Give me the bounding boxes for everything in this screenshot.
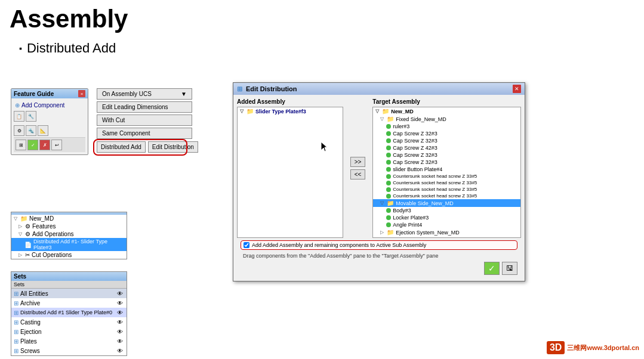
ft-item-cut-operations[interactable]: ▷ ✂ Cut Operations bbox=[11, 251, 127, 259]
screws-icon: ⊞ bbox=[14, 348, 19, 354]
sp-item-icon-7: 👁 bbox=[116, 346, 124, 355]
target-assembly-tree: ▽ 📁 New_MD ▽ 📁 Fixed Side_New_MD ruler#3 bbox=[372, 107, 521, 238]
target-cs1[interactable]: Countersunk socket head screw Z 33#5 bbox=[373, 173, 520, 180]
page-title: Assembly bbox=[0, 0, 644, 38]
target-cap4[interactable]: Cap Screw Z 32#3 bbox=[373, 151, 520, 159]
sp-item-screws[interactable]: ⊞ Screws 👁 bbox=[11, 346, 127, 355]
toolbar-btn-5[interactable]: 📐 bbox=[38, 125, 48, 136]
target-parting[interactable]: ▷ 📁 Parting_New_MD bbox=[373, 236, 520, 238]
with-cut-btn[interactable]: With Cut bbox=[97, 114, 192, 126]
dot-ruler bbox=[386, 124, 391, 129]
added-item-slider[interactable]: ▽ 📁 Slider Type Plate#f3 bbox=[238, 107, 343, 115]
feature-tree-panel: ▽ 📁 New_MD ▷ ⚙ Features ▽ ⚙ Add Operatio… bbox=[11, 212, 127, 259]
dot-angle bbox=[386, 222, 391, 227]
target-angle[interactable]: Angle Print4 bbox=[373, 221, 520, 228]
bullet-heading: ▪ Distributed Add bbox=[0, 38, 644, 58]
watermark-url: 三维网www.3dportal.cn bbox=[567, 343, 639, 352]
add-component-label: Add Component bbox=[21, 102, 64, 109]
sets-panel: Sets Sets ⊞ All Entities 👁 ⊞ Archive 👁 ⊞… bbox=[11, 271, 127, 356]
target-ruler[interactable]: ruler#3 bbox=[373, 123, 520, 130]
dot-cs3 bbox=[386, 187, 391, 192]
target-folder-icon: 📁 bbox=[382, 108, 389, 114]
target-body[interactable]: Body#3 bbox=[373, 207, 520, 214]
sp-item-casting[interactable]: ⊞ Casting 👁 bbox=[11, 317, 127, 327]
bottom-btn-1[interactable]: ⊞ bbox=[16, 140, 26, 150]
add-ops-icon: ⚙ bbox=[25, 231, 30, 237]
ejection-icon: ⊞ bbox=[14, 329, 19, 335]
distributed-add-btn[interactable]: Distributed Add bbox=[97, 141, 146, 153]
target-cs3[interactable]: Countersunk socket head screw Z 33#5 bbox=[373, 186, 520, 193]
dot-cs1 bbox=[386, 174, 391, 179]
sp-item-plates[interactable]: ⊞ Plates 👁 bbox=[11, 336, 127, 346]
transfer-right-btn[interactable]: >> bbox=[350, 157, 366, 167]
feature-guide-close[interactable]: × bbox=[78, 90, 85, 97]
sp-item-archive[interactable]: ⊞ Archive 👁 bbox=[11, 298, 127, 308]
features-icon: ⚙ bbox=[25, 223, 30, 230]
dot-cap3 bbox=[386, 146, 391, 150]
target-new-md[interactable]: ▽ 📁 New_MD bbox=[373, 107, 520, 115]
bullet-icon: ▪ bbox=[19, 44, 22, 53]
toolbar-btn-4[interactable]: 🔩 bbox=[26, 125, 36, 136]
movable-side-folder: 📁 bbox=[387, 200, 394, 206]
same-component-btn[interactable]: Same Component bbox=[97, 128, 192, 139]
target-fixed-side[interactable]: ▽ 📁 Fixed Side_New_MD bbox=[373, 115, 520, 123]
edit-leading-dimensions-btn[interactable]: Edit Leading Dimensions bbox=[97, 101, 192, 113]
ed-checkbox-row: Add Added Assembly and remaining compone… bbox=[241, 240, 517, 250]
ft-item-distributed-add[interactable]: 📄 Distributed Add #1- Slider Type Plate#… bbox=[11, 238, 127, 251]
dot-cap4 bbox=[386, 153, 391, 157]
dot-cap1 bbox=[386, 131, 391, 136]
sp-item-ejection[interactable]: ⊞ Ejection 👁 bbox=[11, 327, 127, 336]
sp-item-all-entities[interactable]: ⊞ All Entities 👁 bbox=[11, 289, 127, 298]
toolbar-btn-1[interactable]: 📋 bbox=[14, 111, 24, 122]
sp-item-distributed-add[interactable]: ⊞ Distributed Add #1 Slider Type Plate#0… bbox=[11, 308, 127, 317]
added-assembly-tree: ▽ 📁 Slider Type Plate#f3 bbox=[237, 107, 343, 238]
ed-cancel-btn[interactable]: 🖫 bbox=[502, 262, 517, 275]
bottom-btn-4[interactable]: ↩ bbox=[51, 140, 62, 150]
target-locker[interactable]: Locker Plate#3 bbox=[373, 214, 520, 221]
plates-icon: ⊞ bbox=[14, 338, 19, 345]
transfer-left-btn[interactable]: << bbox=[350, 169, 366, 180]
target-cap1[interactable]: Cap Screw Z 32#3 bbox=[373, 130, 520, 137]
target-cs4[interactable]: Countersunk socket head screw Z 33#5 bbox=[373, 193, 520, 199]
ft-item-add-operations[interactable]: ▽ ⚙ Add Operations bbox=[11, 230, 127, 238]
toolbar-btn-3[interactable]: ⚙ bbox=[14, 125, 24, 136]
feature-guide-panel: Feature Guide × ⊕ Add Component 📋 🔧 ⚙ 🔩 … bbox=[11, 88, 88, 155]
target-ejection-sys[interactable]: ▷ 📁 Ejection System_New_MD bbox=[373, 228, 520, 236]
dot-cs4 bbox=[386, 194, 391, 199]
target-cs2[interactable]: Countersunk socket head screw Z 33#5 bbox=[373, 180, 520, 186]
watermark: 3D 三维网www.3dportal.cn bbox=[547, 341, 639, 354]
edit-distribution-dialog: ⊞ Edit Distribution ✕ Added Assembly ▽ 📁… bbox=[233, 82, 525, 281]
target-movable-side[interactable]: ▽ 📁 Movable Side_New_MD bbox=[373, 199, 520, 207]
edit-distribution-btn[interactable]: Edit Distribution bbox=[148, 141, 198, 153]
ft-item-features[interactable]: ▷ ⚙ Features bbox=[11, 222, 127, 230]
bottom-btn-2[interactable]: ✓ bbox=[27, 140, 38, 150]
slider-folder-icon: 📁 bbox=[246, 108, 254, 114]
edit-dist-title: Edit Distribution bbox=[246, 85, 297, 92]
target-cap2[interactable]: Cap Screw Z 32#3 bbox=[373, 137, 520, 144]
sp-item-icon-4: 👁 bbox=[116, 318, 124, 326]
parting-folder: 📁 bbox=[387, 237, 394, 238]
ed-ok-btn[interactable]: ✓ bbox=[484, 262, 500, 275]
ed-checkbox[interactable] bbox=[244, 242, 249, 248]
on-assembly-ucs-btn[interactable]: On Assembly UCS ▼ bbox=[97, 88, 192, 100]
sets-col-header: Sets bbox=[14, 281, 112, 287]
target-slider-btn[interactable]: slider Button Plate#4 bbox=[373, 166, 520, 173]
edit-dist-close[interactable]: ✕ bbox=[513, 85, 521, 93]
sp-item-icon-6: 👁 bbox=[116, 337, 124, 345]
toolbar-btn-2[interactable]: 🔧 bbox=[26, 111, 36, 122]
sp-item-icon-5: 👁 bbox=[116, 327, 124, 336]
casting-icon: ⊞ bbox=[14, 319, 19, 326]
ed-checkbox-label: Add Added Assembly and remaining compone… bbox=[252, 242, 426, 248]
archive-icon: ⊞ bbox=[14, 300, 19, 307]
ejection-sys-folder: 📁 bbox=[387, 229, 394, 236]
dot-cs2 bbox=[386, 181, 391, 185]
target-cap3[interactable]: Cap Screw Z 42#3 bbox=[373, 144, 520, 151]
bottom-btn-3[interactable]: ✗ bbox=[39, 140, 50, 150]
cut-ops-icon: ✂ bbox=[25, 252, 30, 258]
target-cap5[interactable]: Cap Screw Z 32#3 bbox=[373, 159, 520, 166]
sp-item-icon-1: 👁 bbox=[116, 289, 124, 298]
added-assembly-panel: Added Assembly ▽ 📁 Slider Type Plate#f3 bbox=[237, 98, 343, 238]
center-transfer-btns: >> << bbox=[348, 98, 368, 238]
assembly-controls: On Assembly UCS ▼ Edit Leading Dimension… bbox=[97, 88, 198, 153]
ft-item-new-md[interactable]: ▽ 📁 New_MD bbox=[11, 215, 127, 222]
